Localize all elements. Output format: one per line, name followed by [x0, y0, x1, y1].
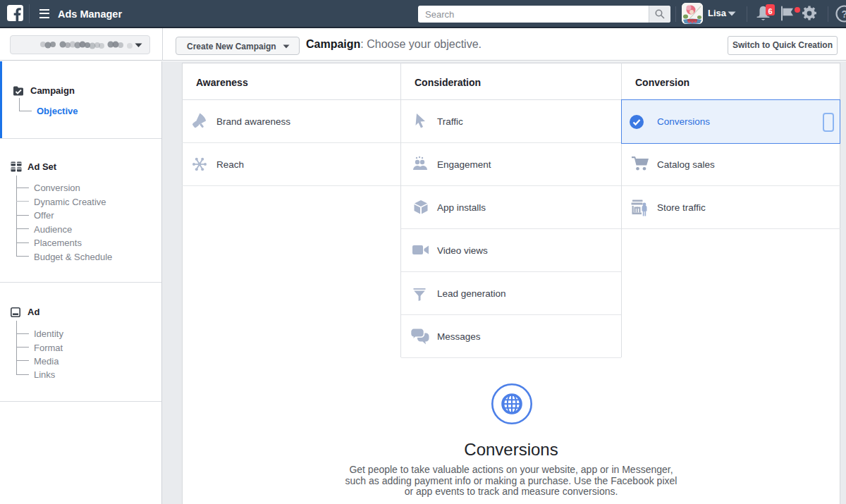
svg-text:?: ?	[842, 8, 846, 20]
